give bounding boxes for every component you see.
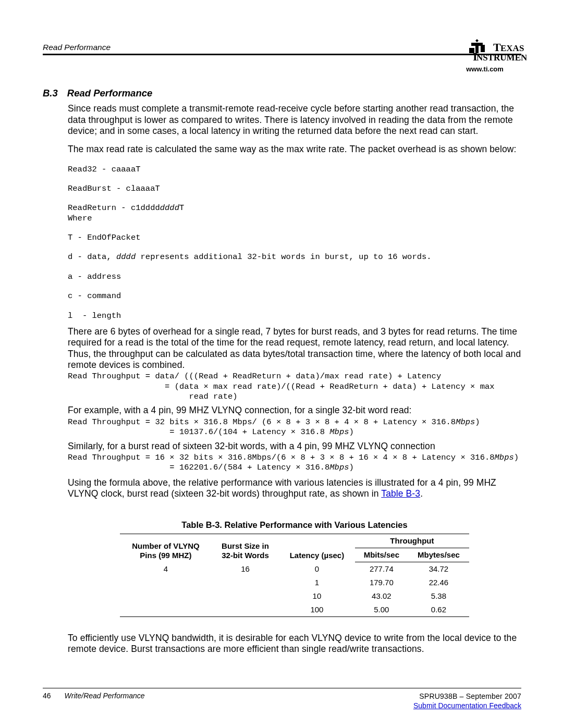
page-header: T EXAS I NSTRUMENTS www.ti.com Read Perf…	[43, 43, 521, 84]
paragraph: To efficiently use VLYNQ bandwidth, it i…	[68, 633, 521, 655]
col-header-pins: Number of VLYNQPins (99 MHZ)	[120, 534, 212, 562]
ti-logo-icon: T EXAS I NSTRUMENTS	[443, 38, 527, 64]
section-title: Read Performance	[67, 88, 152, 99]
feedback-link[interactable]: Submit Documentation Feedback	[413, 701, 521, 710]
paragraph: There are 6 bytes of overhead for a sing…	[68, 326, 521, 371]
page-number: 46	[43, 692, 51, 700]
code-block: l - length	[68, 311, 521, 321]
doc-id: SPRU938B – September 2007	[413, 692, 521, 701]
table-row: 4 16 0 277.74 34.72	[120, 562, 469, 576]
code-block: Read Throughput = 32 bits × 316.8 Mbps/ …	[68, 417, 521, 438]
table-row: 1 179.70 22.46	[120, 576, 469, 589]
paragraph: For example, with a 4 pin, 99 MHZ VLYNQ …	[68, 405, 521, 416]
paragraph: Using the formula above, the relative pe…	[68, 477, 521, 500]
col-header-burst: Burst Size in32-bit Words	[212, 534, 279, 562]
code-block: ReadReturn - c1ddddddddT Where	[68, 203, 521, 224]
table-row: 100 5.00 0.62	[120, 603, 469, 617]
paragraph: Similarly, for a burst read of sixteen 3…	[68, 441, 521, 452]
table-row: 10 43.02 5.38	[120, 589, 469, 603]
table-title: Table B-3. Relative Performance with Var…	[68, 520, 521, 530]
code-block: Read Throughput = 16 × 32 bits × 316.8Mb…	[68, 453, 521, 473]
col-header-mbytes: Mbytes/sec	[408, 548, 469, 562]
code-block: Read Throughput = data/ (((Read + ReadRe…	[68, 372, 521, 402]
code-block: c - command	[68, 291, 521, 301]
svg-text:T: T	[493, 41, 501, 54]
code-block: Read32 - caaaaT	[68, 165, 521, 175]
page-footer: 46 Write/Read Performance SPRU938B – Sep…	[0, 688, 563, 710]
svg-text:EXAS: EXAS	[500, 43, 524, 53]
paragraph: Since reads must complete a transmit-rem…	[68, 103, 521, 137]
footer-section: Write/Read Performance	[65, 692, 145, 700]
ti-logo: T EXAS I NSTRUMENTS www.ti.com	[443, 38, 527, 73]
performance-table: Number of VLYNQPins (99 MHZ) Burst Size …	[120, 534, 469, 617]
footer-rule	[43, 688, 521, 688]
code-block: d - data, dddd represents additional 32-…	[68, 252, 521, 262]
paragraph: The max read rate is calculated the same…	[68, 144, 521, 155]
col-header-latency: Latency (µsec)	[279, 534, 355, 562]
code-block: ReadBurst - claaaaT	[68, 184, 521, 194]
section-number: B.3	[43, 88, 58, 99]
col-header-mbits: Mbits/sec	[355, 548, 408, 562]
ti-url[interactable]: www.ti.com	[443, 65, 527, 73]
code-block: a - address	[68, 272, 521, 282]
svg-rect-3	[481, 45, 485, 52]
table-ref-link[interactable]: Table B-3	[381, 488, 420, 499]
code-block: T - EndOfPacket	[68, 233, 521, 243]
col-header-throughput: Throughput	[355, 534, 469, 548]
section-heading: B.3 Read Performance	[43, 88, 521, 99]
svg-text:NSTRUMENTS: NSTRUMENTS	[476, 53, 527, 63]
